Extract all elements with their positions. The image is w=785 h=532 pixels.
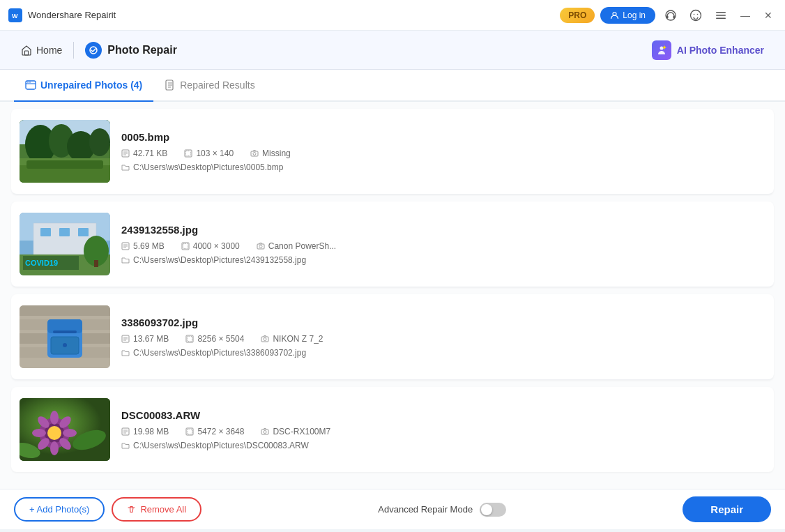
svg-rect-5 (673, 15, 676, 18)
dimensions-icon (185, 335, 194, 343)
file-dimensions: 5472 × 3648 (185, 427, 244, 436)
headset-icon (664, 9, 677, 22)
add-photos-button[interactable]: + Add Photo(s) (14, 497, 105, 522)
svg-point-14 (660, 46, 663, 50)
thumb-image-4 (20, 398, 110, 461)
svg-rect-4 (666, 15, 669, 18)
nav-section: Photo Repair (78, 42, 184, 59)
folder-icon (121, 441, 130, 450)
emoji-icon (689, 9, 702, 22)
home-button[interactable]: Home (14, 40, 69, 60)
nav-divider (73, 42, 74, 59)
file-camera: DSC-RX100M7 (261, 427, 330, 436)
file-size: 19.98 MB (121, 427, 169, 436)
file-info: 0005.bmp 42.71 KB 103 × 140 Missing C:\U… (121, 131, 765, 172)
file-list: 0005.bmp 42.71 KB 103 × 140 Missing C:\U… (0, 102, 785, 489)
close-button[interactable]: ✕ (760, 7, 777, 24)
file-dimensions: 103 × 140 (184, 149, 234, 158)
svg-text:W: W (12, 13, 18, 20)
svg-rect-53 (183, 243, 188, 248)
headset-icon-button[interactable] (661, 6, 680, 25)
svg-rect-12 (25, 51, 29, 55)
tab-repaired[interactable]: Repaired Results (153, 70, 266, 102)
dimensions-icon (184, 149, 192, 158)
camera-icon (261, 427, 269, 436)
title-bar-left: W Wondershare Repairit (8, 8, 116, 22)
svg-rect-15 (26, 81, 36, 89)
file-meta: 13.67 MB 8256 × 5504 NIKON Z 7_2 (121, 334, 765, 344)
dimensions-icon (185, 427, 194, 436)
pro-button[interactable]: PRO (560, 8, 595, 23)
camera-icon (261, 335, 269, 343)
tab-unrepaired[interactable]: Unrepaired Photos (4) (14, 70, 153, 102)
nav-bar: Home Photo Repair AI Photo Enhancer (0, 31, 785, 70)
svg-point-8 (697, 13, 699, 15)
svg-rect-47 (94, 260, 98, 267)
file-info: 2439132558.jpg 5.69 MB 4000 × 3000 Canon… (121, 224, 765, 265)
svg-rect-40 (40, 228, 51, 236)
file-path: C:\Users\ws\Desktop\Pictures\3386093702.… (121, 348, 765, 358)
svg-point-17 (29, 82, 31, 83)
svg-point-55 (259, 245, 262, 248)
trash-icon (127, 505, 136, 514)
file-dimensions: 8256 × 5504 (185, 334, 244, 344)
file-size-icon (121, 242, 130, 250)
title-bar-right: PRO Log in (560, 6, 777, 25)
file-thumbnail (20, 120, 110, 183)
unrepaired-tab-icon (25, 79, 36, 91)
svg-rect-42 (78, 228, 89, 236)
file-meta: 19.98 MB 5472 × 3648 DSC-RX100M7 (121, 427, 765, 436)
emoji-icon-button[interactable] (686, 6, 706, 25)
file-meta: 42.71 KB 103 × 140 Missing (121, 149, 765, 158)
svg-text:COVID19: COVID19 (25, 259, 58, 267)
file-dimensions: 4000 × 3000 (181, 241, 240, 251)
tabs-bar: Unrepaired Photos (4) Repaired Results (0, 70, 785, 102)
advanced-repair-label: Advanced Repair Mode (378, 504, 473, 515)
minimize-button[interactable]: — (736, 7, 754, 24)
svg-point-83 (50, 441, 59, 455)
file-info: DSC00083.ARW 19.98 MB 5472 × 3648 DSC-RX… (121, 409, 765, 450)
ai-enhancer-label: AI Photo Enhancer (677, 45, 764, 56)
home-label: Home (36, 45, 62, 56)
remove-all-button[interactable]: Remove All (112, 497, 201, 522)
svg-point-87 (47, 426, 61, 440)
svg-rect-64 (53, 330, 77, 333)
file-name: 3386093702.jpg (121, 317, 765, 328)
repair-button[interactable]: Repair (683, 496, 771, 522)
svg-rect-73 (261, 337, 268, 342)
camera-icon (250, 149, 259, 158)
file-thumbnail (20, 305, 110, 368)
advanced-repair-toggle[interactable] (480, 503, 506, 517)
svg-rect-27 (26, 160, 103, 169)
home-icon (21, 45, 32, 56)
file-size-icon (121, 335, 130, 343)
file-size: 5.69 MB (121, 241, 165, 251)
file-path: C:\Users\ws\Desktop\Pictures\2439132558.… (121, 255, 765, 265)
menu-icon-button[interactable] (711, 6, 731, 25)
menu-icon (715, 9, 727, 22)
svg-rect-9 (716, 12, 726, 13)
tab-unrepaired-label: Unrepaired Photos (4) (40, 79, 142, 91)
svg-rect-95 (188, 429, 192, 434)
file-info: 3386093702.jpg 13.67 MB 8256 × 5504 NIKO… (121, 317, 765, 358)
svg-point-35 (253, 152, 256, 155)
table-row: DSC00083.ARW 19.98 MB 5472 × 3648 DSC-RX… (11, 387, 774, 472)
svg-rect-72 (188, 336, 192, 341)
svg-rect-11 (716, 17, 726, 19)
thumb-image-1 (20, 120, 110, 183)
login-button[interactable]: Log in (600, 7, 655, 24)
folder-icon (121, 256, 130, 264)
ai-enhancer-button[interactable]: AI Photo Enhancer (645, 36, 771, 64)
file-camera: Missing (250, 149, 291, 158)
file-size: 13.67 MB (121, 334, 169, 344)
thumb-image-2: COVID19 (20, 213, 110, 275)
user-icon (610, 10, 619, 20)
nav-left: Home Photo Repair (14, 40, 184, 60)
bottom-bar: + Add Photo(s) Remove All Advanced Repai… (0, 489, 785, 529)
folder-icon (121, 163, 130, 172)
svg-rect-10 (716, 15, 726, 16)
svg-rect-96 (261, 430, 268, 434)
svg-rect-33 (186, 151, 191, 155)
table-row: COVID19 2439132558.jpg 5.69 MB 4000 × 30… (11, 202, 774, 287)
svg-point-97 (264, 430, 266, 433)
